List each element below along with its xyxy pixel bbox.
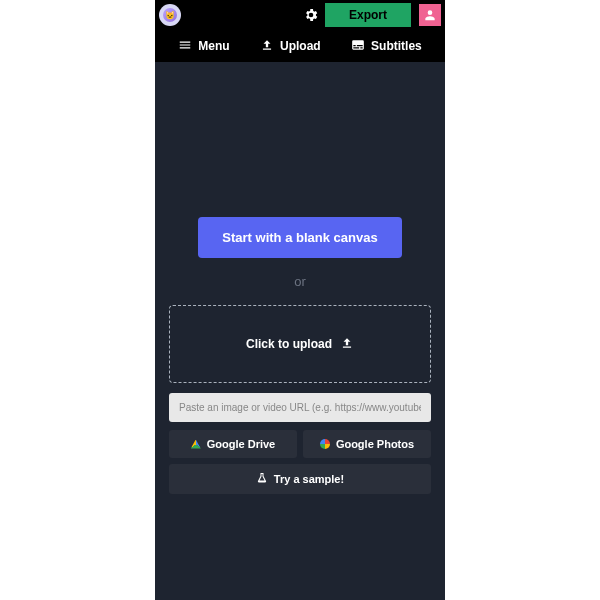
nav-subtitles-label: Subtitles [371,39,422,53]
main-area: Start with a blank canvas or Click to up… [155,62,445,600]
topbar: 🐱 Export [155,0,445,30]
nav-menu-label: Menu [198,39,229,53]
nav-upload[interactable]: Upload [260,38,321,55]
navbar: Menu Upload Subtitles [155,30,445,62]
user-icon[interactable] [419,4,441,26]
blank-canvas-button[interactable]: Start with a blank canvas [198,217,401,258]
try-sample-button[interactable]: Try a sample! [169,464,431,494]
upload-dropzone[interactable]: Click to upload [169,305,431,383]
url-input[interactable] [169,393,431,422]
nav-subtitles[interactable]: Subtitles [351,38,422,55]
upload-icon [340,336,354,353]
avatar[interactable]: 🐱 [159,4,181,26]
flask-icon [256,472,268,486]
google-photos-button[interactable]: Google Photos [303,430,431,458]
upload-label: Click to upload [246,337,332,351]
subtitles-icon [351,38,365,55]
app-frame: 🐱 Export Menu Upload Subtitles [155,0,445,600]
upload-icon [260,38,274,55]
gear-icon[interactable] [303,7,319,23]
google-drive-icon [191,440,201,449]
export-button[interactable]: Export [325,3,411,27]
nav-menu[interactable]: Menu [178,38,229,55]
or-divider: or [294,274,306,289]
google-photos-icon [320,439,330,449]
hamburger-icon [178,38,192,55]
sample-label: Try a sample! [274,473,344,485]
gphotos-label: Google Photos [336,438,414,450]
nav-upload-label: Upload [280,39,321,53]
source-buttons: Google Drive Google Photos [169,430,431,458]
google-drive-button[interactable]: Google Drive [169,430,297,458]
gdrive-label: Google Drive [207,438,275,450]
